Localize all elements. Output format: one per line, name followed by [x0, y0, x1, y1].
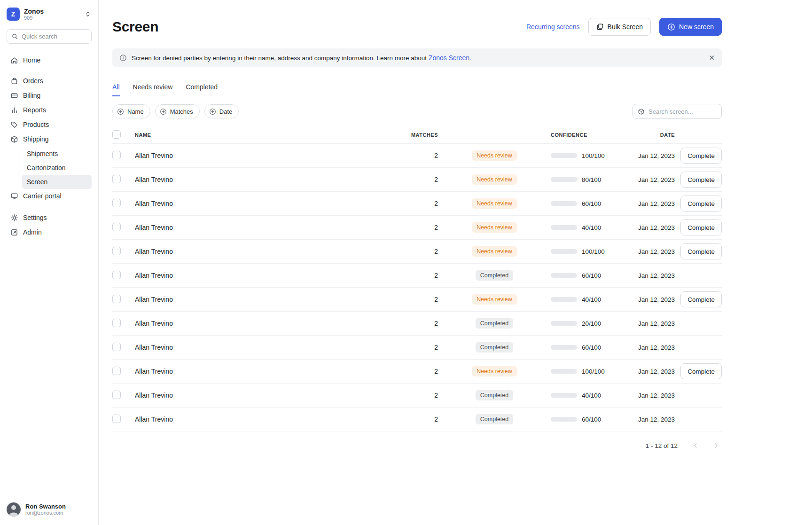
- new-screen-label: New screen: [679, 23, 714, 31]
- complete-button[interactable]: Complete: [680, 363, 722, 379]
- table-row: Allan Trevino 2 Needs review 40/100 Jan …: [112, 216, 722, 240]
- table-search[interactable]: [632, 104, 722, 119]
- quick-search[interactable]: [7, 29, 92, 44]
- sidebar-item-reports[interactable]: Reports: [7, 103, 92, 118]
- row-checkbox[interactable]: [112, 415, 121, 423]
- sidebar-item-carrier-portal[interactable]: Carrier portal: [7, 189, 92, 204]
- row-checkbox[interactable]: [112, 151, 121, 159]
- bulk-screen-icon: [596, 23, 604, 31]
- confidence-bar: [551, 225, 577, 230]
- recurring-screens-link[interactable]: Recurring screens: [526, 23, 580, 31]
- row-name: Allan Trevino: [135, 368, 410, 375]
- row-checkbox[interactable]: [112, 295, 121, 303]
- tab-needs-review[interactable]: Needs review: [133, 83, 173, 96]
- row-date: Jan 12, 2023: [632, 200, 675, 207]
- status-badge: Needs review: [472, 366, 517, 376]
- confidence-cell: 100/100: [551, 152, 632, 159]
- column-header-date: Date: [632, 132, 675, 138]
- user-menu[interactable]: Ron Swanson ron@zonos.com: [7, 502, 92, 517]
- row-name: Allan Trevino: [135, 224, 410, 231]
- row-checkbox[interactable]: [112, 367, 121, 375]
- chevron-left-icon[interactable]: [690, 440, 701, 451]
- status-badge: Completed: [476, 270, 513, 281]
- confidence-cell: 80/100: [551, 176, 632, 183]
- column-header-confidence: Confidence: [551, 132, 632, 138]
- confidence-bar: [551, 321, 577, 326]
- row-checkbox[interactable]: [112, 319, 121, 327]
- sidebar-item-billing[interactable]: Billing: [7, 88, 92, 103]
- row-matches: 2: [410, 152, 438, 159]
- sidebar-item-admin[interactable]: Admin: [7, 225, 92, 240]
- select-all-checkbox[interactable]: [112, 130, 121, 139]
- table-header: Name Matches Confidence Date: [112, 126, 722, 144]
- row-name: Allan Trevino: [135, 152, 410, 159]
- page-title: Screen: [112, 19, 158, 35]
- row-checkbox[interactable]: [112, 391, 121, 399]
- org-switcher[interactable]: Z Zonos 909: [7, 8, 92, 21]
- sidebar-item-label: Billing: [23, 92, 40, 99]
- row-checkbox[interactable]: [112, 247, 121, 255]
- table-search-input[interactable]: [648, 108, 717, 115]
- confidence-score: 40/100: [582, 296, 601, 303]
- quick-search-input[interactable]: [22, 33, 87, 40]
- row-action: Complete: [675, 291, 722, 307]
- row-name: Allan Trevino: [135, 200, 410, 207]
- row-checkbox[interactable]: [112, 343, 121, 351]
- confidence-cell: 40/100: [551, 392, 632, 399]
- home-icon: [10, 56, 18, 64]
- column-header-name: Name: [135, 132, 410, 138]
- complete-button[interactable]: Complete: [680, 243, 722, 259]
- sidebar-item-screen[interactable]: Screen: [22, 175, 92, 189]
- table-row: Allan Trevino 2 Completed 40/100 Jan 12,…: [112, 384, 722, 407]
- row-name: Allan Trevino: [135, 320, 410, 327]
- zonos-screen-link[interactable]: Zonos Screen: [429, 54, 469, 62]
- complete-button[interactable]: Complete: [680, 172, 722, 188]
- confidence-score: 40/100: [582, 392, 601, 399]
- table-row: Allan Trevino 2 Needs review 80/100 Jan …: [112, 168, 722, 192]
- sidebar-item-orders[interactable]: Orders: [7, 74, 92, 88]
- table-row: Allan Trevino 2 Completed 20/100 Jan 12,…: [112, 312, 722, 336]
- row-checkbox[interactable]: [112, 175, 121, 183]
- row-date: Jan 12, 2023: [632, 296, 675, 303]
- user-email: ron@zonos.com: [25, 510, 66, 516]
- shipping-subnav: Shipments Cartonization Screen: [18, 147, 92, 189]
- external-link-icon: [10, 228, 18, 236]
- sidebar-item-label: Cartonization: [27, 164, 66, 172]
- complete-button[interactable]: Complete: [680, 196, 722, 212]
- sidebar-item-shipments[interactable]: Shipments: [22, 147, 92, 161]
- cube-icon: [638, 108, 645, 115]
- complete-button[interactable]: Complete: [680, 219, 722, 235]
- filter-date[interactable]: Date: [204, 104, 239, 118]
- chevron-updown-icon[interactable]: [84, 10, 92, 18]
- chevron-right-icon[interactable]: [710, 440, 722, 451]
- row-matches: 2: [410, 272, 438, 279]
- filter-matches[interactable]: Matches: [155, 104, 200, 118]
- row-checkbox[interactable]: [112, 223, 121, 231]
- row-checkbox[interactable]: [112, 271, 121, 279]
- sidebar-item-products[interactable]: Products: [7, 118, 92, 132]
- tab-all[interactable]: All: [112, 83, 120, 96]
- bulk-screen-button[interactable]: Bulk Screen: [588, 18, 651, 36]
- complete-button[interactable]: Complete: [680, 291, 722, 307]
- sidebar-item-settings[interactable]: Settings: [7, 211, 92, 225]
- row-name: Allan Trevino: [135, 296, 410, 303]
- app-window: Z Zonos 909 Home: [0, 0, 812, 525]
- complete-button[interactable]: Complete: [680, 148, 722, 164]
- sidebar-item-label: Settings: [23, 214, 47, 221]
- new-screen-button[interactable]: New screen: [659, 18, 722, 36]
- confidence-bar: [551, 297, 577, 302]
- sidebar-item-label: Carrier portal: [23, 192, 62, 200]
- sidebar-item-home[interactable]: Home: [7, 53, 92, 68]
- table-row: Allan Trevino 2 Completed 60/100 Jan 12,…: [112, 336, 722, 360]
- tab-completed[interactable]: Completed: [186, 83, 218, 96]
- table-row: Allan Trevino 2 Needs review 100/100 Jan…: [112, 240, 722, 264]
- sidebar-item-label: Products: [23, 121, 49, 128]
- row-checkbox[interactable]: [112, 199, 121, 207]
- sidebar-item-cartonization[interactable]: Cartonization: [22, 161, 92, 175]
- table-row: Allan Trevino 2 Completed 60/100 Jan 12,…: [112, 407, 722, 431]
- sidebar-item-label: Screen: [27, 178, 47, 186]
- close-icon[interactable]: ✕: [709, 54, 715, 62]
- sidebar-item-shipping[interactable]: Shipping: [7, 132, 92, 147]
- tag-icon: [10, 121, 18, 129]
- filter-name[interactable]: Name: [112, 104, 150, 118]
